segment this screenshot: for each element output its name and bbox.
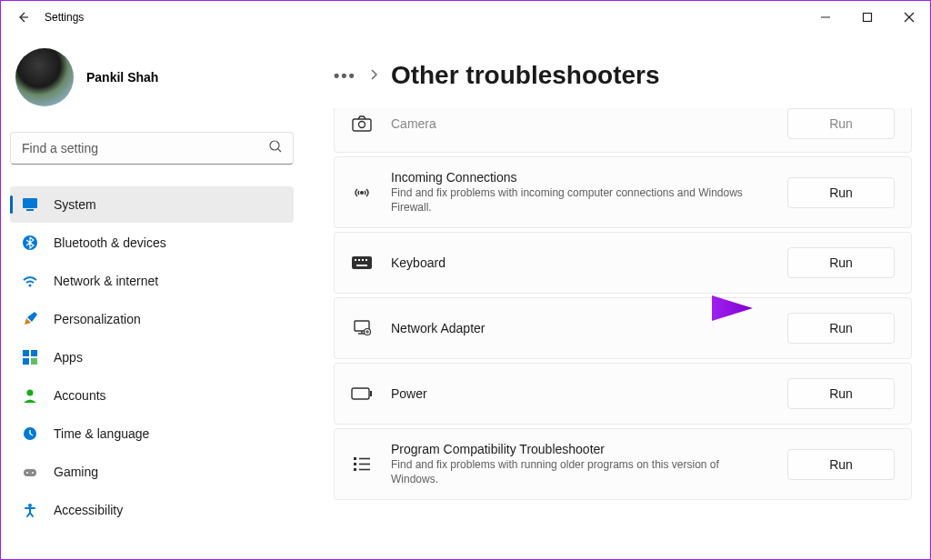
- sidebar-item-label: Gaming: [54, 465, 98, 479]
- svg-rect-1: [864, 14, 872, 22]
- minimize-icon: [820, 12, 831, 23]
- svg-rect-22: [352, 256, 372, 269]
- run-button-keyboard[interactable]: Run: [787, 247, 895, 278]
- troubleshooter-camera: Camera Run: [334, 108, 912, 153]
- titlebar: Settings: [1, 1, 930, 34]
- sidebar-item-label: Accounts: [54, 388, 106, 403]
- run-button-incoming[interactable]: Run: [787, 177, 895, 208]
- profile-name: Pankil Shah: [86, 70, 158, 85]
- sidebar-item-accessibility[interactable]: Accessibility: [10, 492, 294, 528]
- run-button-camera[interactable]: Run: [787, 108, 895, 139]
- accessibility-icon: [21, 501, 39, 519]
- accounts-icon: [21, 386, 39, 405]
- sidebar: Pankil Shah System Bluetooth & devices N…: [1, 34, 303, 559]
- run-button-compat[interactable]: Run: [787, 449, 895, 480]
- network-icon: [21, 272, 39, 290]
- back-button[interactable]: [5, 1, 41, 34]
- ts-desc: Find and fix problems with running older…: [391, 458, 769, 486]
- ts-title: Incoming Connections: [391, 170, 769, 185]
- svg-rect-11: [23, 358, 29, 365]
- sidebar-item-time[interactable]: Time & language: [10, 415, 294, 452]
- close-icon: [904, 12, 915, 23]
- back-arrow-icon: [15, 10, 30, 25]
- page-title: Other troubleshooters: [391, 61, 660, 90]
- keyboard-icon: [351, 252, 373, 274]
- svg-rect-32: [352, 388, 369, 399]
- svg-rect-34: [354, 457, 356, 460]
- incoming-icon: [351, 182, 373, 204]
- sidebar-item-network[interactable]: Network & internet: [10, 263, 294, 299]
- svg-point-13: [27, 390, 34, 396]
- nav-list: System Bluetooth & devices Network & int…: [10, 186, 294, 528]
- compat-icon: [351, 454, 373, 475]
- sidebar-item-gaming[interactable]: Gaming: [10, 454, 294, 490]
- sidebar-item-accounts[interactable]: Accounts: [10, 377, 294, 414]
- sidebar-item-label: Bluetooth & devices: [54, 235, 166, 250]
- sidebar-item-label: Personalization: [54, 312, 141, 326]
- maximize-icon: [862, 12, 873, 23]
- troubleshooter-compat: Program Compatibility Troubleshooter Fin…: [334, 428, 912, 500]
- search-icon: [268, 139, 283, 157]
- svg-point-18: [28, 504, 32, 507]
- svg-line-5: [278, 149, 281, 152]
- svg-rect-35: [354, 463, 356, 465]
- troubleshooter-incoming: Incoming Connections Find and fix proble…: [334, 156, 912, 228]
- network-adapter-icon: [351, 317, 373, 339]
- svg-rect-12: [31, 358, 37, 365]
- svg-rect-9: [23, 350, 29, 356]
- svg-rect-27: [356, 265, 367, 266]
- ts-title: Power: [391, 386, 769, 401]
- svg-rect-15: [24, 469, 36, 476]
- breadcrumb-more-button[interactable]: •••: [334, 66, 356, 85]
- sidebar-item-apps[interactable]: Apps: [10, 339, 294, 375]
- time-icon: [21, 425, 39, 443]
- sidebar-item-personalization[interactable]: Personalization: [10, 301, 294, 337]
- sidebar-item-label: Network & internet: [54, 274, 158, 288]
- system-icon: [21, 195, 39, 214]
- svg-rect-24: [358, 259, 360, 261]
- maximize-button[interactable]: [846, 4, 888, 31]
- run-button-power[interactable]: Run: [787, 378, 895, 409]
- search-input[interactable]: [10, 132, 294, 165]
- troubleshooter-list: Camera Run Incoming Connections Find and…: [334, 108, 912, 500]
- personalization-icon: [21, 310, 39, 328]
- svg-point-4: [270, 141, 279, 150]
- svg-rect-6: [23, 198, 37, 208]
- svg-point-17: [32, 472, 34, 474]
- svg-rect-26: [365, 259, 367, 261]
- svg-point-20: [359, 122, 365, 128]
- window-controls: [805, 4, 930, 31]
- sidebar-item-bluetooth[interactable]: Bluetooth & devices: [10, 225, 294, 261]
- svg-rect-25: [362, 259, 364, 261]
- ts-title: Program Compatibility Troubleshooter: [391, 442, 769, 456]
- sidebar-item-label: System: [54, 197, 96, 212]
- profile-block[interactable]: Pankil Shah: [10, 43, 294, 115]
- gaming-icon: [21, 463, 39, 481]
- power-icon: [351, 383, 373, 405]
- window-title: Settings: [45, 11, 84, 24]
- run-button-network-adapter[interactable]: Run: [787, 313, 895, 344]
- svg-point-21: [360, 191, 364, 195]
- troubleshooter-keyboard: Keyboard Run: [334, 232, 912, 294]
- svg-rect-10: [31, 350, 37, 356]
- minimize-button[interactable]: [805, 4, 846, 31]
- svg-point-16: [26, 472, 28, 474]
- ts-desc: Find and fix problems with incoming comp…: [391, 186, 769, 215]
- apps-icon: [21, 348, 39, 366]
- camera-icon: [351, 113, 373, 135]
- sidebar-item-system[interactable]: System: [10, 186, 294, 223]
- svg-rect-23: [355, 259, 356, 261]
- svg-rect-33: [370, 391, 372, 396]
- troubleshooter-network-adapter: Network Adapter Run: [334, 297, 912, 359]
- close-button[interactable]: [888, 4, 930, 31]
- svg-rect-36: [354, 468, 356, 471]
- sidebar-item-label: Time & language: [54, 426, 149, 441]
- avatar: [15, 48, 74, 106]
- troubleshooter-power: Power Run: [334, 363, 912, 425]
- main-panel: ••• Other troubleshooters Camera Run Inc…: [303, 34, 930, 559]
- ts-title: Camera: [391, 116, 769, 131]
- sidebar-item-label: Apps: [54, 350, 83, 365]
- breadcrumb: ••• Other troubleshooters: [334, 61, 912, 90]
- ts-title: Network Adapter: [391, 321, 769, 335]
- svg-rect-7: [26, 209, 34, 211]
